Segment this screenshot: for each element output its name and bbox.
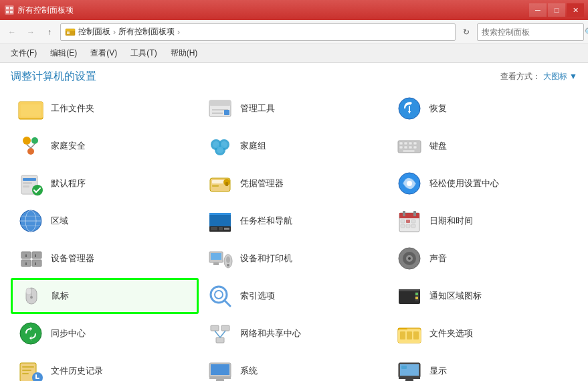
svg-rect-119 <box>22 370 31 371</box>
svg-rect-48 <box>212 185 219 187</box>
svg-rect-50 <box>225 182 228 186</box>
grid-item-9[interactable]: 区域 <box>11 203 199 239</box>
item-icon-folder2 <box>396 320 423 347</box>
item-icon-credential <box>207 170 233 197</box>
grid-item-13[interactable]: 设备和打印机 <box>200 240 388 277</box>
item-label-9: 区域 <box>51 215 68 227</box>
page-title: 调整计算机的设置 <box>11 70 96 84</box>
item-icon-admin <box>207 95 233 122</box>
svg-point-92 <box>408 257 411 260</box>
title-bar: 所有控制面板项 ─ □ ✕ <box>0 0 588 20</box>
restore-button[interactable]: □ <box>548 3 565 17</box>
minimize-button[interactable]: ─ <box>529 3 547 17</box>
grid-item-23[interactable]: 显示 <box>389 353 577 381</box>
item-label-15: 鼠标 <box>52 290 69 302</box>
svg-rect-118 <box>22 366 34 368</box>
content-area: 调整计算机的设置 查看方式： 大图标 ▼ 工作文件夹管理工具恢复家庭安全家庭组键… <box>0 63 588 381</box>
grid-item-17[interactable]: 通知区域图标 <box>389 278 577 314</box>
grid-item-22[interactable]: 系统 <box>200 353 388 381</box>
svg-rect-35 <box>413 142 417 145</box>
svg-rect-72 <box>401 224 405 228</box>
svg-rect-107 <box>221 325 229 331</box>
path-control-panel: 控制面板 <box>78 26 110 37</box>
address-path[interactable]: 控制面板 › 所有控制面板项 › <box>60 23 456 41</box>
close-button[interactable]: ✕ <box>567 3 584 17</box>
forward-button[interactable]: → <box>23 24 39 40</box>
svg-rect-80 <box>35 254 36 257</box>
grid-item-11[interactable]: 日期和时间 <box>389 203 577 239</box>
svg-point-105 <box>20 323 41 344</box>
view-mode-button[interactable]: 大图标 ▼ <box>543 71 577 82</box>
grid-item-1[interactable]: 管理工具 <box>200 90 388 127</box>
svg-rect-19 <box>409 106 410 112</box>
grid-item-7[interactable]: 凭据管理器 <box>200 165 388 202</box>
item-icon-network <box>207 320 233 347</box>
grid-item-19[interactable]: 网络和共享中心 <box>200 315 388 352</box>
view-options: 查看方式： 大图标 ▼ <box>500 71 577 82</box>
item-icon-sound <box>396 245 423 272</box>
item-label-17: 通知区域图标 <box>429 290 482 302</box>
menu-view[interactable]: 查看(V) <box>85 46 122 61</box>
grid-item-21[interactable]: 文件历史记录 <box>11 353 199 381</box>
svg-rect-59 <box>209 213 231 228</box>
svg-rect-63 <box>219 227 223 230</box>
grid-item-6[interactable]: 默认程序 <box>11 165 199 202</box>
search-icon: 🔍 <box>585 27 588 37</box>
grid-item-10[interactable]: 任务栏和导航 <box>200 203 388 239</box>
svg-line-109 <box>215 331 220 337</box>
grid-item-4[interactable]: 家庭组 <box>200 128 388 164</box>
back-button[interactable]: ← <box>4 24 20 40</box>
item-label-10: 任务栏和导航 <box>240 215 292 227</box>
menu-edit[interactable]: 编辑(E) <box>45 46 82 61</box>
search-input[interactable] <box>482 27 582 37</box>
grid-item-2[interactable]: 恢复 <box>389 90 577 127</box>
grid-item-18[interactable]: 同步中心 <box>11 315 199 352</box>
item-icon-family <box>17 133 44 159</box>
item-label-14: 声音 <box>429 252 447 264</box>
svg-rect-64 <box>224 228 229 230</box>
grid-item-15[interactable]: 鼠标 <box>11 278 199 314</box>
menu-help[interactable]: 帮助(H) <box>165 46 203 61</box>
grid-item-5[interactable]: 键盘 <box>389 128 577 164</box>
item-label-16: 索引选项 <box>240 290 275 302</box>
svg-rect-103 <box>415 293 418 295</box>
svg-rect-37 <box>404 146 407 149</box>
item-label-22: 系统 <box>240 365 258 377</box>
svg-rect-60 <box>209 213 231 215</box>
address-bar: ← → ↑ 控制面板 › 所有控制面板项 › ↻ 🔍 <box>0 20 588 44</box>
svg-rect-130 <box>401 366 407 369</box>
grid-item-12[interactable]: 设备管理器 <box>11 240 199 277</box>
svg-rect-78 <box>32 260 41 266</box>
item-icon-notify <box>396 283 423 309</box>
item-label-4: 家庭组 <box>240 140 266 152</box>
svg-rect-34 <box>409 142 412 145</box>
menu-tools[interactable]: 工具(T) <box>125 46 162 61</box>
grid-item-0[interactable]: 工作文件夹 <box>11 90 199 127</box>
grid-item-20[interactable]: 文件夹选项 <box>389 315 577 352</box>
item-icon-homegroup <box>207 133 233 159</box>
menu-file[interactable]: 文件(F) <box>5 46 42 61</box>
up-button[interactable]: ↑ <box>41 24 58 40</box>
grid-item-3[interactable]: 家庭安全 <box>11 128 199 164</box>
item-label-13: 设备和打印机 <box>240 252 292 264</box>
search-box[interactable]: 🔍 <box>477 23 584 41</box>
svg-point-96 <box>30 296 33 299</box>
svg-rect-69 <box>401 220 405 223</box>
svg-rect-95 <box>26 288 31 295</box>
svg-rect-36 <box>399 146 403 149</box>
refresh-button[interactable]: ↻ <box>458 24 474 40</box>
title-bar-left: 所有控制面板项 <box>4 5 74 16</box>
grid-item-8[interactable]: 轻松使用设置中心 <box>389 165 577 202</box>
item-label-0: 工作文件夹 <box>51 102 94 115</box>
svg-rect-116 <box>413 331 419 339</box>
location-icon <box>65 27 76 37</box>
svg-point-88 <box>227 264 229 266</box>
svg-rect-32 <box>399 142 403 145</box>
svg-rect-120 <box>22 373 29 374</box>
grid-item-16[interactable]: 索引选项 <box>200 278 388 314</box>
item-icon-restore <box>396 95 423 122</box>
item-icon-ease <box>396 170 423 197</box>
svg-rect-66 <box>399 213 419 218</box>
svg-rect-74 <box>411 224 415 228</box>
grid-item-14[interactable]: 声音 <box>389 240 577 277</box>
